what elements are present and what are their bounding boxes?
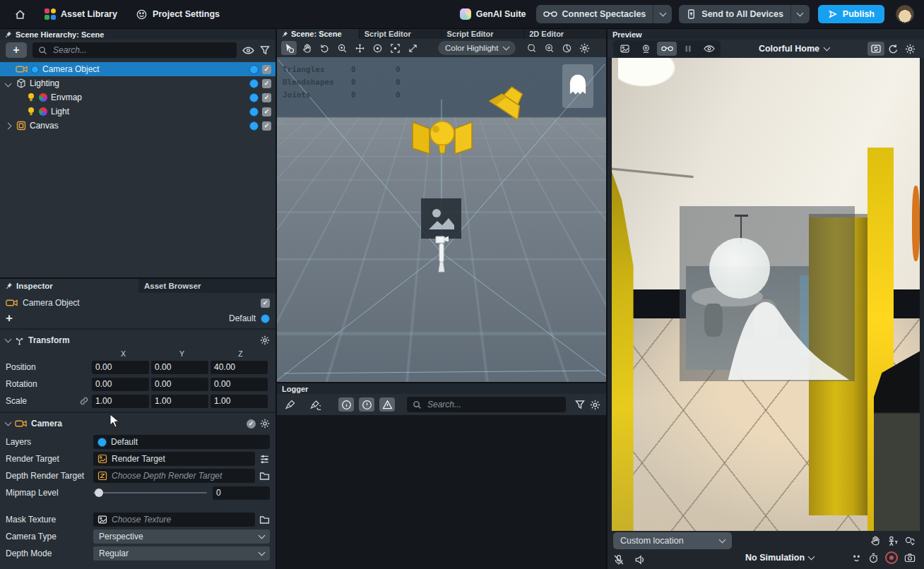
tab-script-editor-2[interactable]: Script Editor (442, 29, 524, 39)
tree-item-canvas[interactable]: Canvas ✓ (0, 119, 276, 133)
rotation-y-input[interactable] (151, 378, 208, 391)
select-tool-button[interactable] (281, 41, 297, 55)
envmap-light-gizmo[interactable] (410, 115, 475, 160)
simulation-dropdown[interactable]: No Simulation (745, 553, 814, 563)
tree-item-camera-object[interactable]: Camera Object ✓ (0, 62, 276, 76)
link-icon[interactable] (80, 397, 88, 405)
rotation-z-input[interactable] (211, 378, 268, 391)
layer-color-dot[interactable] (261, 314, 270, 323)
visibility-dot[interactable] (249, 93, 259, 102)
restart-preview-button[interactable] (884, 42, 901, 56)
scale-tool-button[interactable] (405, 41, 420, 55)
show-overlays-button[interactable] (699, 42, 719, 56)
send-to-all-devices-button[interactable]: Send to All Devices (679, 5, 790, 23)
asset-library-button[interactable]: Asset Library (35, 0, 126, 28)
move-tool-button[interactable] (352, 41, 367, 55)
filter-icon[interactable] (260, 45, 270, 55)
frame-tool-button[interactable] (387, 41, 403, 55)
expand-chevron-icon[interactable] (3, 78, 13, 88)
enabled-checkbox[interactable]: ✓ (262, 79, 271, 88)
camera-type-dropdown[interactable]: Perspective (93, 529, 270, 544)
magnify-selection-button[interactable] (541, 41, 557, 55)
snapshot-camera-icon[interactable] (904, 553, 916, 563)
speaker-icon[interactable] (634, 555, 646, 565)
webcam-preview-mode-button[interactable] (636, 42, 656, 56)
log-info-toggle[interactable] (338, 397, 354, 412)
scene-hierarchy-header[interactable]: Scene Hierarchy: Scene (0, 29, 276, 40)
magnify-scene-button[interactable] (523, 41, 539, 55)
record-button[interactable] (885, 551, 898, 564)
folder-icon[interactable] (259, 515, 270, 525)
shared-session-icon[interactable] (904, 536, 916, 546)
scale-y-input[interactable] (151, 395, 208, 408)
preview-header[interactable]: Preview (608, 29, 924, 40)
mipmap-slider[interactable] (93, 486, 207, 500)
timer-icon[interactable] (868, 553, 879, 563)
scale-z-input[interactable] (211, 395, 268, 408)
microphone-muted-icon[interactable] (613, 554, 624, 565)
spectacles-preview-mode-button[interactable] (657, 42, 677, 56)
rotation-x-input[interactable] (92, 378, 149, 391)
send-to-devices-dropdown[interactable] (791, 5, 810, 23)
camera-section-header[interactable]: Camera ✓ (0, 415, 276, 432)
depth-mode-dropdown[interactable]: Regular (93, 546, 270, 561)
clear-on-run-button[interactable] (307, 397, 323, 412)
mask-texture-field[interactable]: Choose Texture (93, 513, 255, 527)
connect-spectacles-button[interactable]: Connect Spectacles (536, 5, 653, 23)
project-settings-button[interactable]: Project Settings (126, 0, 229, 28)
enabled-checkbox[interactable]: ✓ (262, 93, 271, 102)
tree-item-envmap[interactable]: Envmap ✓ (0, 90, 276, 104)
position-z-input[interactable] (211, 361, 268, 374)
preview-settings-button[interactable] (901, 42, 918, 56)
visibility-dot[interactable] (249, 79, 259, 88)
position-x-input[interactable] (92, 361, 149, 374)
camera-gizmo[interactable] (433, 235, 450, 276)
add-object-button[interactable]: + (6, 42, 27, 58)
logger-content[interactable] (277, 415, 606, 569)
visibility-dot[interactable] (249, 107, 259, 116)
gear-icon[interactable] (590, 400, 600, 410)
scale-x-input[interactable] (92, 395, 149, 408)
image-preview-mode-button[interactable] (615, 42, 634, 56)
scene-viewport[interactable]: Triangles00 Blendshapes00 Joints00 (277, 57, 606, 382)
folder-icon[interactable] (259, 472, 270, 481)
camera-enabled-checkbox[interactable]: ✓ (247, 419, 256, 429)
visibility-dot[interactable] (249, 65, 259, 74)
gear-icon[interactable] (260, 419, 270, 429)
preview-viewport[interactable] (612, 58, 920, 531)
orbit-tool-button[interactable] (316, 41, 332, 55)
hand-tracking-icon[interactable] (870, 535, 881, 546)
zoom-tool-button[interactable] (334, 41, 350, 55)
genai-suite-button[interactable]: GenAI Suite (451, 0, 529, 28)
body-tracking-icon[interactable] (887, 536, 898, 546)
hierarchy-search-input[interactable] (52, 44, 231, 56)
render-modes-button[interactable] (559, 41, 574, 55)
enabled-checkbox[interactable]: ✓ (262, 65, 271, 74)
sliders-icon[interactable] (259, 454, 270, 465)
add-component-button[interactable]: + (6, 311, 13, 325)
tree-item-light[interactable]: Light ✓ (0, 104, 276, 119)
clear-log-button[interactable] (283, 397, 298, 412)
expand-chevron-icon[interactable] (3, 121, 13, 131)
logger-header[interactable]: Logger (277, 383, 606, 394)
highlight-mode-dropdown[interactable]: Color Highlight (438, 41, 516, 55)
home-button[interactable] (0, 0, 35, 28)
filter-icon[interactable] (575, 400, 585, 409)
log-warning-toggle[interactable] (379, 397, 395, 412)
location-dropdown[interactable]: Custom location (613, 532, 732, 549)
viewport-settings-button[interactable] (576, 41, 592, 55)
image-placeholder-object[interactable] (421, 198, 461, 239)
logger-search-input[interactable] (426, 399, 560, 410)
pause-preview-button[interactable] (678, 42, 698, 56)
preview-device-dropdown[interactable]: Colorful Home (721, 44, 867, 54)
tab-asset-browser[interactable]: Asset Browser (138, 279, 276, 293)
transform-section-header[interactable]: Transform (0, 332, 276, 349)
tab-scene[interactable]: Scene: Scene (277, 29, 359, 39)
face-landmarks-icon[interactable] (851, 553, 862, 563)
enabled-checkbox[interactable]: ✓ (262, 107, 271, 116)
visibility-dot[interactable] (249, 121, 259, 131)
log-error-toggle[interactable] (359, 397, 374, 412)
gear-icon[interactable] (260, 335, 270, 345)
layers-field[interactable]: Default (93, 435, 270, 449)
object-enabled-checkbox[interactable]: ✓ (261, 299, 270, 308)
